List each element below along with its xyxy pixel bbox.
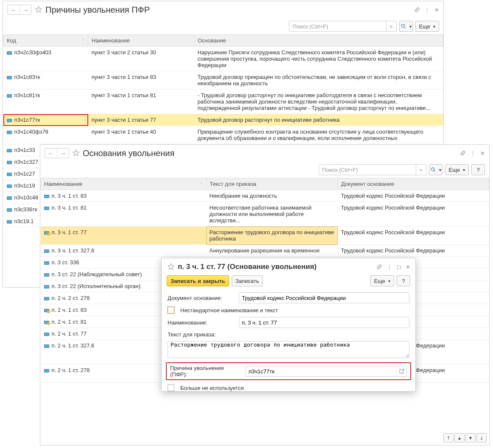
toolbar: × Еще ? [40,162,489,178]
titlebar: ← → Причины увольнения ПФР ⋮ ✕ [3,1,443,18]
sort-up-icon: ↑ [82,37,84,42]
magnifier-icon [430,167,436,173]
link-icon[interactable] [414,7,420,13]
link-icon[interactable] [460,150,466,156]
titlebar: п. 3 ч. 1 ст. 77 (Основание увольнения) … [162,258,415,274]
unused-checkbox[interactable] [168,384,174,391]
open-icon [399,368,405,374]
close-icon[interactable]: ✕ [480,150,485,157]
ref-item-icon [7,208,12,212]
window-title: Причины увольнения ПФР [45,5,412,15]
ref-item-icon [7,173,12,176]
help-button[interactable]: ? [471,164,485,175]
close-icon[interactable]: ✕ [406,264,410,270]
kebab-menu-icon[interactable]: ⋮ [424,7,430,13]
favorite-star-icon[interactable] [34,6,43,14]
table-row[interactable]: п3ч1с40фз79пункт 3 части 1 статьи 40Прек… [3,126,443,144]
scroll-up-button[interactable]: ▲ [454,433,465,442]
more-button[interactable]: Еще [370,275,394,286]
col-text[interactable]: Текст для приказа [206,178,338,190]
col-basis[interactable]: Основание [194,35,443,47]
ref-item-icon [44,261,49,265]
window-ground-item-form: п. 3 ч. 1 ст. 77 (Основание увольнения) … [161,258,416,392]
ref-item-icon [44,231,49,235]
text-input[interactable] [168,341,409,358]
scroll-down-button[interactable]: ▼ [465,433,476,442]
ref-item-icon [44,321,49,324]
ref-item-icon [7,161,12,164]
scroll-buttons: ⤒ ▲ ▼ ⤓ [443,433,487,442]
name-input[interactable] [239,317,409,328]
table-row[interactable]: п3ч1с81ткпункт 3 части 1 статьи 81- Труд… [3,90,443,114]
pfr-input[interactable] [246,366,407,377]
unused-label: Больше не используется [180,385,244,391]
save-and-close-button[interactable]: Записать и закрыть [167,275,229,286]
back-button[interactable]: ← [8,5,20,14]
doc-input[interactable] [239,292,409,303]
sort-up-icon: ↑ [200,181,202,185]
scroll-top-button[interactable]: ⤒ [443,433,454,442]
close-icon[interactable]: ✕ [434,7,439,13]
forward-button[interactable]: → [20,5,31,14]
svg-point-0 [401,24,404,27]
link-icon[interactable] [376,264,382,270]
favorite-star-icon[interactable] [167,263,175,271]
maximize-icon[interactable]: ◻ [397,264,401,270]
ref-item-icon [7,76,12,79]
ref-item-icon [44,195,49,198]
ref-item-icon [44,207,49,210]
ref-item-icon [7,94,12,98]
kebab-menu-icon[interactable]: ⋮ [387,264,392,270]
pfr-label: Причина увольнения (ПФР): [170,365,242,378]
table-row[interactable]: п3ч1с77ткпункт 3 части 1 статьи 77Трудов… [3,114,443,126]
table-row[interactable]: п3ч1с83ткпункт 3 части 1 статьи 83Трудов… [3,71,443,90]
ref-item-icon [7,131,12,134]
table-row[interactable]: п. 3 ч. 1 ст. 77Расторжение трудового до… [41,227,489,245]
col-doc[interactable]: Документ основание [338,178,489,190]
more-button[interactable]: Еще [415,21,439,32]
search-clear-button[interactable]: × [416,164,426,175]
magnifier-icon [401,23,406,29]
ref-item-icon [44,344,49,348]
back-button[interactable]: ← [45,148,57,158]
pfr-highlight-box: Причина увольнения (ПФР): [166,362,411,380]
ref-item-icon [44,369,49,372]
svg-line-3 [434,171,435,172]
doc-label: Документ основание: [168,295,235,301]
ref-item-icon [7,220,12,224]
table-row[interactable]: п. 3 ч. 1 ст. 83Неизбрание на должностьТ… [41,190,489,202]
search-dropdown-button[interactable] [399,21,413,32]
search-input[interactable] [319,164,416,175]
col-code[interactable]: Код↑ [3,35,88,47]
search-input[interactable] [289,21,387,32]
forward-button[interactable]: → [57,148,69,158]
table-row[interactable]: п. 3 ч. 1 ст. 81Несоответствие работника… [41,202,489,227]
kebab-menu-icon[interactable]: ⋮ [470,150,476,157]
ref-item-icon [44,249,49,253]
search-clear-button[interactable]: × [387,21,397,32]
more-label: Еще [449,167,460,173]
ref-item-icon [7,149,12,152]
search-dropdown-button[interactable] [429,164,443,175]
text-label: Текст для приказа: [168,331,235,338]
ref-item-icon [44,333,49,336]
table-row[interactable]: п3ч2с30фз403пункт 3 части 2 статьи 30Нар… [3,47,443,71]
ref-item-icon [44,297,49,300]
open-ref-button[interactable] [397,367,406,376]
nav-buttons: ← → [7,5,32,15]
nonstd-checkbox[interactable] [168,307,174,314]
ref-item-icon [7,185,12,188]
nav-buttons: ← → [45,148,69,158]
scroll-bottom-button[interactable]: ⤓ [476,433,487,442]
more-label: Еще [419,23,430,30]
help-button[interactable]: ? [397,275,410,286]
col-name[interactable]: Наименование [88,35,194,47]
name-label: Наименование: [168,319,235,326]
favorite-star-icon[interactable] [72,149,80,157]
col-name[interactable]: Наименование↑ [41,178,206,190]
more-button[interactable]: Еще [445,164,469,175]
table-row[interactable]: п. 3 ч. 1 ст. 327.6Аннулирование разреше… [41,245,489,257]
save-button[interactable]: Записать [232,275,263,286]
ref-item-icon [7,51,12,55]
ref-item-icon [44,273,49,277]
